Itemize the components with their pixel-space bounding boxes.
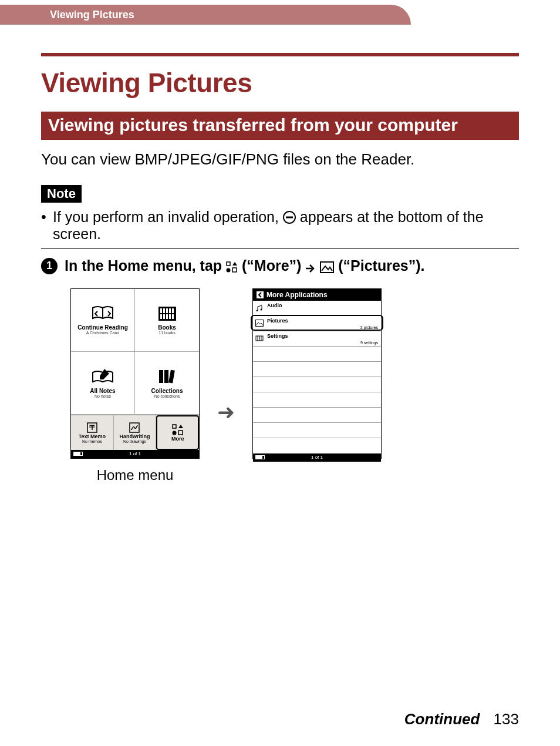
cell-subtitle: 11 books <box>158 331 175 335</box>
step-number-badge: 1 <box>41 258 58 274</box>
continued-label: Continued <box>404 710 480 728</box>
bottom-title: More <box>171 436 184 442</box>
header-tab: Viewing Pictures <box>0 5 411 25</box>
pictures-icon <box>320 261 334 273</box>
svg-text:T: T <box>90 425 94 431</box>
list-item-pictures: Pictures 3 pictures <box>253 316 381 331</box>
step-1: 1 In the Home menu, tap (“More”) <box>41 257 519 274</box>
svg-rect-27 <box>178 431 183 435</box>
list-item-empty <box>253 392 381 408</box>
list-item-empty <box>253 408 381 423</box>
list-item-empty <box>253 423 381 438</box>
svg-rect-15 <box>172 314 174 319</box>
bookshelf-icon <box>157 305 177 322</box>
svg-point-30 <box>261 309 262 311</box>
handwriting-icon <box>129 422 140 434</box>
battery-icon <box>73 452 83 456</box>
pictures-icon <box>255 320 264 327</box>
bottom-title: Text Memo <box>79 434 106 439</box>
invalid-operation-icon <box>283 211 296 224</box>
svg-point-2 <box>227 268 231 273</box>
home-cell-all-notes: All Notes No notes <box>71 352 135 415</box>
page-footer: Continued 133 <box>404 710 519 728</box>
svg-rect-11 <box>160 314 162 319</box>
bottom-handwriting: Handwriting No drawings <box>114 415 157 450</box>
svg-rect-9 <box>169 308 171 313</box>
list-item-settings: Settings 9 settings <box>253 331 381 347</box>
page-indicator: 1 of 1 <box>311 455 323 460</box>
list-item-audio: Audio <box>253 301 381 316</box>
status-bar: 1 of 1 <box>253 453 381 462</box>
svg-rect-24 <box>173 425 176 428</box>
collections-icon <box>157 368 178 385</box>
bottom-more: More <box>156 415 199 450</box>
figures-row: Continue Reading A Christmas Carol Books… <box>70 288 519 483</box>
svg-rect-18 <box>168 370 175 384</box>
svg-rect-10 <box>172 308 174 313</box>
back-icon <box>257 291 264 298</box>
list-item-empty <box>253 347 381 362</box>
home-cell-continue-reading: Continue Reading A Christmas Carol <box>71 289 135 352</box>
step-text-before: In the Home menu, tap <box>65 257 226 274</box>
svg-rect-6 <box>160 308 162 313</box>
home-menu-caption: Home menu <box>70 467 200 483</box>
breadcrumb: Viewing Pictures <box>0 5 411 25</box>
bottom-sub: No memos <box>82 439 102 443</box>
cell-subtitle: No notes <box>95 394 111 398</box>
home-cell-collections: Collections No collections <box>135 352 199 415</box>
svg-rect-16 <box>159 370 163 383</box>
svg-rect-14 <box>169 314 171 319</box>
status-bar: 1 of 1 <box>71 450 199 458</box>
note-text: •If you perform an invalid operation, ap… <box>41 209 519 243</box>
list-label: Settings <box>267 333 288 339</box>
cell-title: Books <box>158 324 176 331</box>
svg-rect-28 <box>257 291 264 298</box>
page-title: Viewing Pictures <box>41 67 519 99</box>
more-icon <box>226 261 238 273</box>
svg-rect-0 <box>227 262 230 266</box>
notes-icon <box>92 368 114 385</box>
list-count: 9 settings <box>360 341 378 345</box>
open-book-icon <box>92 305 114 322</box>
audio-icon <box>255 304 264 311</box>
svg-rect-8 <box>166 308 168 313</box>
more-icon <box>172 424 184 436</box>
bottom-sub: No drawings <box>123 439 146 443</box>
step-more-label: (“More”) <box>242 257 305 274</box>
arrow-right-large-icon: ➜ <box>217 400 235 425</box>
section-heading: Viewing pictures transferred from your c… <box>41 112 519 140</box>
more-applications-screenshot: More Applications Audio Pictures 3 pictu… <box>252 288 382 459</box>
step-divider <box>41 248 519 249</box>
home-menu-figure: Continue Reading A Christmas Carol Books… <box>70 288 200 483</box>
list-item-empty <box>253 438 381 453</box>
section-rule <box>41 53 519 56</box>
svg-marker-1 <box>232 262 237 266</box>
svg-point-26 <box>172 431 176 435</box>
note-badge: Note <box>41 185 82 203</box>
svg-rect-17 <box>164 370 168 383</box>
bottom-title: Handwriting <box>119 434 150 439</box>
more-apps-header: More Applications <box>253 289 381 301</box>
battery-icon <box>255 455 265 459</box>
svg-rect-3 <box>232 268 237 272</box>
more-apps-title: More Applications <box>266 291 328 299</box>
settings-icon <box>255 335 264 342</box>
svg-rect-12 <box>163 314 165 319</box>
cell-subtitle: A Christmas Carol <box>86 331 119 335</box>
cell-title: All Notes <box>90 388 115 394</box>
cell-subtitle: No collections <box>154 394 180 398</box>
intro-text: You can view BMP/JPEG/GIF/PNG files on t… <box>41 150 519 169</box>
page-content: Viewing Pictures Viewing pictures transf… <box>41 53 519 483</box>
svg-rect-13 <box>166 314 168 319</box>
svg-rect-4 <box>321 262 333 273</box>
note-before: If you perform an invalid operation, <box>53 209 283 225</box>
list-label: Audio <box>267 303 282 308</box>
svg-marker-25 <box>178 425 183 428</box>
step-pictures-label: (“Pictures”). <box>338 257 424 274</box>
page-number: 133 <box>494 710 519 728</box>
arrow-right-icon <box>305 264 316 273</box>
cell-title: Collections <box>151 388 183 394</box>
page-indicator: 1 of 1 <box>129 451 141 456</box>
list-label: Pictures <box>267 318 288 324</box>
svg-rect-31 <box>256 320 264 327</box>
